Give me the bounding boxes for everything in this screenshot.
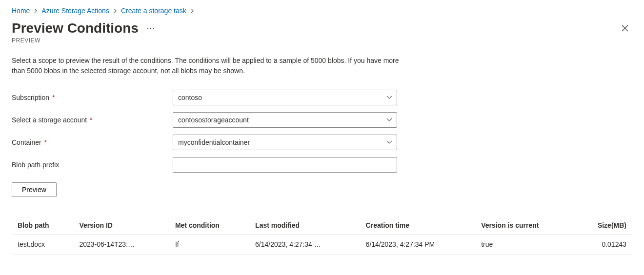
storage-account-select[interactable]: contosostorageaccount [173, 112, 397, 128]
form-row-blob-prefix: Blob path prefix [12, 157, 632, 173]
breadcrumb: Home Azure Storage Actions Create a stor… [12, 7, 632, 15]
blob-prefix-input[interactable] [173, 157, 397, 173]
subscription-select[interactable]: contoso [173, 90, 397, 105]
form-row-storage-account: Select a storage account * contosostorag… [12, 112, 632, 128]
required-indicator: * [44, 138, 47, 146]
cell-version-current: true [475, 235, 574, 255]
col-met-condition[interactable]: Met condition [169, 216, 249, 235]
cell-version-id: 2023-06-14T23:… [73, 235, 169, 255]
col-last-modified[interactable]: Last modified [249, 216, 360, 235]
col-size[interactable]: Size(MB) [574, 216, 632, 235]
cell-creation-time: 6/14/2023, 4:27:34 PM [360, 235, 476, 255]
container-label: Container * [12, 138, 173, 146]
cell-blob-path: test.docx [12, 235, 73, 255]
cell-size: 0.01243 [574, 235, 632, 255]
breadcrumb-link-create-task[interactable]: Create a storage task [121, 7, 186, 15]
storage-account-label-text: Select a storage account [12, 116, 87, 124]
page-subtitle: PREVIEW [12, 37, 632, 44]
subscription-label-text: Subscription [12, 94, 49, 101]
container-label-text: Container [12, 138, 41, 146]
more-options-icon[interactable]: ··· [146, 24, 156, 33]
col-creation-time[interactable]: Creation time [360, 216, 476, 235]
preview-button[interactable]: Preview [12, 182, 57, 197]
chevron-right-icon [34, 8, 38, 14]
required-indicator: * [52, 94, 55, 101]
title-group: Preview Conditions ··· [12, 20, 156, 36]
form-row-subscription: Subscription * contoso [12, 90, 632, 105]
cell-last-modified: 6/14/2023, 4:27:34 … [249, 235, 360, 255]
storage-account-select-wrap: contosostorageaccount [173, 112, 397, 128]
page-title: Preview Conditions [12, 20, 139, 36]
col-version-current[interactable]: Version is current [475, 216, 574, 235]
chevron-right-icon [190, 8, 194, 14]
header-row: Preview Conditions ··· [12, 20, 632, 36]
col-blob-path[interactable]: Blob path [12, 216, 73, 235]
page-description: Select a scope to preview the result of … [12, 56, 402, 76]
blob-prefix-input-wrap [173, 157, 397, 173]
col-version-id[interactable]: Version ID [73, 216, 169, 235]
results-table-wrap: Blob path Version ID Met condition Last … [12, 216, 632, 255]
table-header-row: Blob path Version ID Met condition Last … [12, 216, 632, 235]
subscription-label: Subscription * [12, 94, 173, 101]
storage-account-label: Select a storage account * [12, 116, 173, 124]
results-table: Blob path Version ID Met condition Last … [12, 216, 632, 255]
required-indicator: * [90, 116, 92, 124]
container-select[interactable]: myconfidentialcontainer [173, 135, 397, 150]
chevron-right-icon [113, 8, 117, 14]
breadcrumb-link-storage-actions[interactable]: Azure Storage Actions [41, 7, 109, 15]
table-row[interactable]: test.docx 2023-06-14T23:… If 6/14/2023, … [12, 235, 632, 255]
close-button[interactable] [618, 21, 632, 35]
container-select-wrap: myconfidentialcontainer [173, 135, 397, 150]
cell-met-condition: If [169, 235, 249, 255]
breadcrumb-link-home[interactable]: Home [12, 7, 30, 15]
close-icon [622, 23, 628, 34]
form-row-container: Container * myconfidentialcontainer [12, 135, 632, 150]
blob-prefix-label: Blob path prefix [12, 161, 173, 169]
subscription-select-wrap: contoso [173, 90, 397, 105]
